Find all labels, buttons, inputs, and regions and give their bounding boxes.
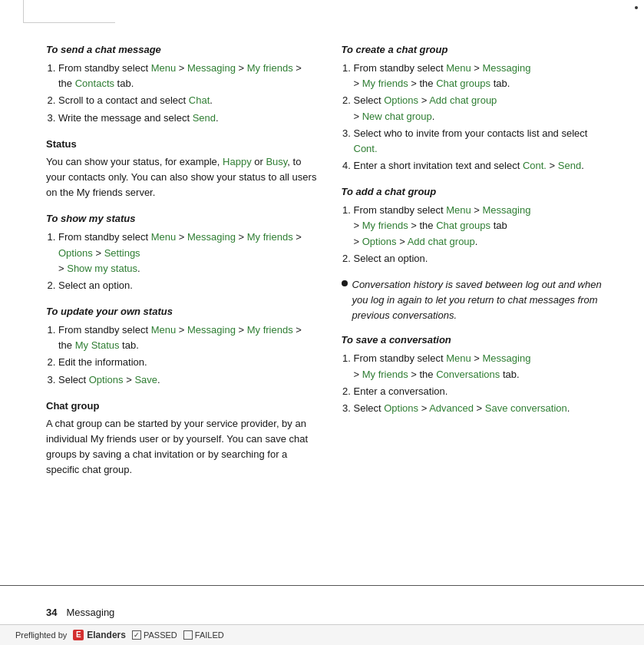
send-link: Send	[193, 112, 216, 124]
list-item: Enter a short invitation text and select…	[354, 158, 614, 174]
create-chat-group-section: To create a chat group From standby sele…	[342, 42, 614, 174]
add-chat-group-r2: Add chat group	[408, 236, 475, 247]
left-column: To send a chat message From standby sele…	[46, 42, 319, 584]
options-link2: Options	[89, 374, 124, 385]
settings-link: Settings	[104, 247, 140, 259]
messaging-r2: Messaging	[483, 204, 531, 216]
list-item: Edit the information.	[58, 355, 319, 370]
send-r1: Send	[558, 160, 581, 171]
menu-r3: Menu	[446, 352, 471, 364]
myfriends-r3: My friends	[362, 369, 408, 380]
chat-groups-r1: Chat groups	[436, 78, 490, 89]
menu-r1: Menu	[446, 62, 471, 74]
list-item: From standby select Menu > Messaging > M…	[58, 61, 319, 91]
list-item: Select Options > Save.	[58, 372, 319, 388]
list-item: From standby select Menu > Messaging> My…	[354, 351, 614, 382]
failed-checkbox	[183, 630, 193, 640]
page-container: To send a chat message From standby sele…	[0, 0, 644, 645]
happy-link: Happy	[223, 156, 252, 167]
options-link: Options	[58, 247, 93, 259]
list-item: From standby select Menu > Messaging> My…	[354, 61, 614, 91]
add-chat-group-title: To add a chat group	[342, 184, 614, 200]
note-block: Conversation history is saved between lo…	[342, 277, 614, 323]
list-item: Write the message and select Send.	[58, 111, 319, 126]
myfriends-r2: My friends	[362, 220, 408, 231]
send-chat-steps: From standby select Menu > Messaging > M…	[58, 61, 319, 126]
page-label: Messaging	[66, 607, 114, 618]
busy-link: Busy	[266, 156, 287, 167]
update-status-section: To update your own status From standby s…	[46, 304, 319, 388]
messaging-link2: Messaging	[187, 231, 236, 243]
send-chat-title: To send a chat message	[46, 42, 319, 58]
preflight-label: Preflighted by	[15, 630, 67, 640]
menu-link: Menu	[151, 62, 177, 74]
list-item: Enter a conversation.	[354, 384, 614, 399]
options-r2: Options	[362, 236, 397, 247]
preflight-logo: E Elanders	[73, 630, 126, 640]
note-text: Conversation history is saved between lo…	[352, 277, 614, 323]
status-section: Status You can show your status, for exa…	[46, 137, 319, 201]
status-body: You can show your status, for example, H…	[46, 154, 319, 200]
create-chat-group-steps: From standby select Menu > Messaging> My…	[354, 61, 614, 174]
update-status-steps: From standby select Menu > Messaging > M…	[58, 322, 319, 388]
save-conversation-section: To save a conversation From standby sele…	[342, 332, 614, 416]
failed-badge: FAILED	[183, 630, 224, 640]
elanders-icon: E	[73, 630, 84, 640]
add-chat-group-r1: Add chat group	[429, 94, 497, 106]
top-right-dot	[635, 6, 638, 9]
myfriends-link3: My friends	[247, 324, 293, 336]
passed-label: PASSED	[144, 630, 177, 640]
menu-link3: Menu	[151, 324, 177, 336]
list-item: Scroll to a contact and select Chat.	[58, 93, 319, 108]
failed-label: FAILED	[195, 630, 224, 640]
bottom-bar: 34 Messaging Preflighted by E Elanders ✓…	[0, 585, 644, 645]
myfriends-link: My friends	[247, 62, 293, 74]
messaging-r1: Messaging	[483, 62, 531, 74]
status-heading: Status	[46, 137, 319, 152]
messaging-link: Messaging	[187, 62, 236, 74]
show-my-status-section: To show my status From standby select Me…	[46, 211, 319, 293]
add-chat-group-section: To add a chat group From standby select …	[342, 184, 614, 266]
chat-group-section: Chat group A chat group can be started b…	[46, 399, 319, 478]
new-chat-group-r1: New chat group	[362, 111, 432, 122]
advanced-r3: Advanced	[429, 402, 474, 414]
save-conversation-title: To save a conversation	[342, 332, 614, 348]
preflight-bar: Preflighted by E Elanders ✓ PASSED FAILE…	[0, 624, 644, 645]
messaging-r3: Messaging	[483, 352, 531, 364]
options-r3: Options	[384, 402, 418, 414]
content-area: To send a chat message From standby sele…	[46, 42, 613, 584]
options-r1: Options	[384, 94, 418, 106]
list-item: From standby select Menu > Messaging > M…	[58, 230, 319, 276]
create-chat-group-title: To create a chat group	[342, 42, 614, 58]
cont-r2: Cont.	[523, 160, 547, 171]
save-conv-r3: Save conversation	[485, 402, 567, 414]
list-item: From standby select Menu > Messaging> My…	[354, 203, 614, 249]
elanders-brand: Elanders	[87, 630, 126, 640]
top-fold-mark	[23, 0, 115, 23]
save-conversation-steps: From standby select Menu > Messaging> My…	[354, 351, 614, 416]
my-status-link: My Status	[75, 339, 120, 351]
chat-groups-r2: Chat groups	[436, 220, 490, 231]
conversations-r3: Conversations	[436, 369, 500, 380]
list-item: Select Options > Advanced > Save convers…	[354, 401, 614, 416]
send-chat-message-section: To send a chat message From standby sele…	[46, 42, 319, 126]
menu-r2: Menu	[446, 204, 471, 216]
page-number: 34	[46, 607, 57, 618]
chat-group-heading: Chat group	[46, 399, 319, 414]
myfriends-r1: My friends	[362, 78, 408, 89]
show-status-link: Show my status	[67, 263, 137, 274]
page-number-line: 34 Messaging	[0, 604, 644, 624]
list-item: Select an option.	[354, 251, 614, 266]
save-link: Save	[134, 374, 157, 385]
add-chat-group-steps: From standby select Menu > Messaging> My…	[354, 203, 614, 266]
menu-link2: Menu	[151, 231, 177, 243]
list-item: Select Options > Add chat group> New cha…	[354, 93, 614, 124]
passed-badge: ✓ PASSED	[132, 630, 177, 640]
list-item: Select an option.	[58, 278, 319, 293]
chat-link: Chat	[189, 94, 210, 106]
passed-checkbox: ✓	[132, 630, 141, 640]
chat-group-body: A chat group can be started by your serv…	[46, 416, 319, 478]
note-bullet	[342, 280, 348, 286]
myfriends-link2: My friends	[247, 231, 293, 243]
update-status-title: To update your own status	[46, 304, 319, 319]
